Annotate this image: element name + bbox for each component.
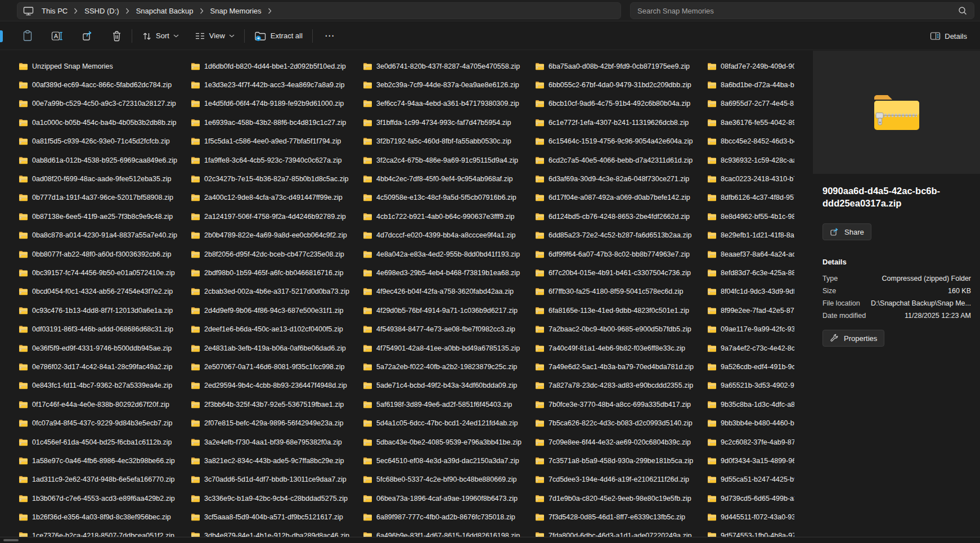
file-item[interactable]: 5af6198f-3d89-49e6-ad2f-5851f6f45403.zip (363, 395, 535, 414)
file-item[interactable]: 9b35c8ba-1d3c-4dfc-a82a-962daa (707, 395, 794, 414)
file-item[interactable]: 8efd83d7-6c3e-425a-8843-adbf798 (707, 263, 794, 282)
file-item[interactable]: 9c2c6082-37fe-4ab9-8776-19e9842 (707, 433, 794, 451)
file-item[interactable]: 1ce7376e-b2ca-4218-8507-7ddbcea051f2.zip (19, 527, 191, 537)
file-item[interactable]: 8f99e2ee-7fad-42e5-8785-7ee6d9a (707, 301, 794, 320)
file-item[interactable]: 5fc68be0-5337-4c2e-bf90-bc48be880669.zip (363, 470, 535, 489)
share-button[interactable] (77, 27, 98, 45)
file-item[interactable]: 6f7ffb30-fa25-4180-8f59-5041c578ec6d.zip (535, 282, 707, 301)
file-item[interactable]: 2f3bb64b-325f-43b7-92e5-5367519fbae1.zip (191, 395, 363, 414)
file-item[interactable]: 3c336e9c-b1a9-42bc-9cb4-c28bddad5275.zip (191, 489, 363, 508)
file-item[interactable]: 4e8a042a-e83a-4ed2-955b-8dd0bd41f193.zip (363, 245, 535, 263)
file-item[interactable]: 2e4831ab-3efb-419a-b06a-0af6be06dad6.zip (191, 339, 363, 357)
details-pane-toggle[interactable]: Details (925, 28, 972, 44)
file-item[interactable]: 0b87138e-6ee5-41f9-ae25-7f3b8c9e9c48.zip (19, 207, 191, 226)
file-item[interactable]: 3ef6cc74-94aa-4ebd-a361-b47179380309.zip (363, 95, 535, 113)
file-item[interactable]: 6d3af69a-30d9-4c3e-82a6-048f730ce271.zip (535, 169, 707, 188)
file-item[interactable]: 7b0fce3e-3770-48b4-a8cc-699a335db417.zip (535, 395, 707, 414)
file-item[interactable]: 9bb3bb4e-b480-4460-b6ff-a482b2 (707, 414, 794, 432)
file-item[interactable]: 8e29efb1-1d21-41f8-8a38-e5fe06b (707, 226, 794, 245)
file-item[interactable]: 8bcc45e2-8452-46d3-b49e-9f713f0 (707, 132, 794, 151)
chevron-right-icon[interactable] (123, 8, 133, 14)
file-item[interactable]: 1fa9ffe8-3c64-4cb5-923c-73940c0c627a.zip (191, 151, 363, 169)
file-item[interactable]: 1e4d5fd6-06f4-474b-9189-fe92b9d61000.zip (191, 95, 363, 113)
file-item[interactable]: 6df99f64-6a07-47b3-8c02-bb8b774963e7.zip (535, 245, 707, 263)
file-item[interactable]: 0fc07a94-8f45-437c-9229-9d84b3e5ecb7.zip (19, 414, 191, 432)
file-item[interactable]: 3e0d6741-820b-437f-8287-4a705e470558.zip (363, 57, 535, 75)
extract-all-button[interactable]: Extract all (249, 27, 308, 45)
file-item[interactable]: 5ade71c4-bcbd-49f2-b43a-34df60bdda09.zip (363, 376, 535, 395)
file-item[interactable]: 6fa8165e-113e-41ed-9dbb-4823f0c501e1.zip (535, 301, 707, 320)
file-item[interactable]: 4f549384-8477-4e73-ae08-fbe7f0982cc3.zip (363, 320, 535, 338)
chevron-right-icon[interactable] (71, 8, 81, 14)
file-item[interactable]: 01c456ef-61da-4504-bd25-f6cba1c6112b.zip (19, 433, 191, 451)
file-item[interactable]: 4e698ed3-29b5-4eb4-b468-f73819b1ea68.zip (363, 263, 535, 282)
file-item[interactable]: 6a496b9e-83f1-4d67-8615-16dd82616198.zip (363, 527, 535, 537)
file-item[interactable]: 3a821ec2-834c-443b-ade5-9c7ffa8bc29e.zip (191, 451, 363, 470)
file-item[interactable]: 7cd5dee3-194e-4d46-a19f-e2106211f26d.zip (535, 470, 707, 489)
file-item[interactable]: 2deef1e6-b6da-450c-ae13-d102cf0400f5.zip (191, 320, 363, 338)
file-item[interactable]: 3a2e4efb-f730-4aa1-bf39-68e795382f0a.zip (191, 433, 363, 451)
file-item[interactable]: 06bea73a-1896-4caf-a9ae-19960f8b6473.zip (363, 489, 535, 508)
file-item[interactable]: 4f29d0b5-76bf-4914-9a71-1c036b9d6217.zip (363, 301, 535, 320)
file-item[interactable]: 7f3d5428-0d85-46d1-8ff7-e6339c13fb5c.zip (535, 508, 707, 526)
file-item[interactable]: 6a89f987-777c-4fb0-ad2b-8676fc735018.zip (363, 508, 535, 526)
file-item[interactable]: 8a6955d7-2c77-4e45-817d-03eb87 (707, 95, 794, 113)
file-item[interactable]: 09ae117e-9a99-42fc-9389-8665209 (707, 320, 794, 338)
file-item[interactable]: 08fad7e7-249b-409d-90c0-b776da (707, 57, 794, 75)
file-item[interactable]: 9d0f3434-3a15-4899-96bb-4fd2e97 (707, 451, 794, 470)
file-item[interactable]: 6ba75aa0-d08b-42bf-9fd9-0cb871975ee9.zip (535, 57, 707, 75)
file-item[interactable]: 9d574553-1fb0-4b8a-97a9-bff362b (707, 527, 794, 537)
file-item[interactable]: 8f04fc1d-9dc3-43d9-9dfe-bc40f70 (707, 282, 794, 301)
file-item[interactable]: 7a827a78-23dc-4283-ad83-e90bcddd2355.zip (535, 376, 707, 395)
file-item[interactable]: 3eb2c39a-7cf9-44de-837a-0ea9ae8e6126.zip (363, 75, 535, 94)
chevron-right-icon[interactable] (197, 8, 207, 14)
file-item[interactable]: 1d6db0fd-b820-4d44-bbe1-2d092b5f10ed.zip (191, 57, 363, 75)
file-item[interactable]: 2a124197-506f-4758-9f2a-4d4246b92789.zip (191, 207, 363, 226)
file-item[interactable]: 8cac0223-2418-4310-b7f0-c98e3b4 (707, 169, 794, 188)
file-item[interactable]: 0bcd0454-f0c1-4324-ab56-27454e43f7e2.zip (19, 282, 191, 301)
file-item[interactable]: 7a49e6d2-5ac1-4b3a-ba79-70ed4bda781d.zip (535, 357, 707, 376)
file-item[interactable]: 2b0b4789-822e-4a69-9a8d-ee0cb064c9f2.zip (191, 226, 363, 245)
file-item[interactable]: 6d17f04e-a087-492a-a069-d0ab7befe142.zip (535, 189, 707, 207)
file-item[interactable]: 2a400c12-9de8-4cfa-a73c-d491447ff99e.zip (191, 189, 363, 207)
file-item[interactable]: 4c50958e-e13c-48cf-9a5d-5f5cb07916b6.zip (363, 189, 535, 207)
file-item[interactable]: 2e507067-0a71-46d6-8081-9f35c1fcc998.zip (191, 357, 363, 376)
file-item[interactable]: 0a1c000c-b05b-454c-ba4b-4b05b3b2db8b.zip (19, 113, 191, 132)
breadcrumb-item[interactable]: Snap Memories (207, 6, 265, 16)
file-item[interactable]: 1f5c5da1-c586-4ee0-a9ed-77bfa5f1f794.zip (191, 132, 363, 151)
file-item[interactable]: 0e36f5f9-ed9f-4331-9746-b500ddb945ae.zip (19, 339, 191, 357)
file-item[interactable]: 1e3d3e23-4f7f-442b-acc3-4ea869c7a8a9.zip (191, 75, 363, 94)
file-item[interactable]: 7d1e9b0a-c820-45e2-9eeb-98e80c19e5fb.zip (535, 489, 707, 508)
horizontal-scrollbar-thumb[interactable] (3, 539, 19, 541)
file-item[interactable]: 0e843fc1-fd11-4bc7-9362-b27a5339ea4e.zip (19, 376, 191, 395)
file-item[interactable]: 1a58e97c-0a46-4fb6-8986-4ec32b98be66.zip (19, 451, 191, 470)
file-item[interactable]: 0ba8c878-a014-4230-91a4-8837a55a7e40.zip (19, 226, 191, 245)
file-item[interactable]: 3cf5aaa8-f5d9-404b-a571-df9bc5121617.zip (191, 508, 363, 526)
file-item[interactable]: 6bb055c2-67bf-4da0-9479-31bd2c209dbb.zip (535, 75, 707, 94)
file-item[interactable]: 00af389d-ec69-4acc-866c-5fabd62dc784.zip (19, 75, 191, 94)
file-item[interactable]: 0bb8077f-ab22-48f0-a60d-f30036392cb6.zip (19, 245, 191, 263)
file-item[interactable]: 8ae36176-fe55-4042-894e-7f4287e (707, 113, 794, 132)
see-more-button[interactable]: ⋯ (317, 30, 341, 42)
file-item[interactable]: Unzipped Snap Memories (19, 57, 191, 75)
file-item[interactable]: 5a72a2eb-f022-40fb-a2b2-19823879c25c.zip (363, 357, 535, 376)
rename-button[interactable]: A (46, 27, 69, 45)
search-input[interactable] (631, 7, 958, 15)
file-item[interactable]: 2f07e815-befc-429a-9896-56f42949e23a.zip (191, 414, 363, 432)
file-item[interactable]: 3f1bffda-1c99-4734-993c-faf7d47b5954.zip (363, 113, 535, 132)
file-item[interactable]: 8eaaef37-8a64-4a24-ac6c-d3feb05 (707, 245, 794, 263)
file-item[interactable]: 6f7c20b4-015e-4b91-b461-c3307504c736.zip (535, 263, 707, 282)
file-item[interactable]: 6cd2c7a5-40e5-4066-bebb-d7a42311d61d.zip (535, 151, 707, 169)
file-item[interactable]: 0a81f5d5-c939-426c-93e0-71c45d2fcfcb.zip (19, 132, 191, 151)
file-item[interactable]: 9d739cd5-6d65-499b-a3c4-853708 (707, 489, 794, 508)
file-item[interactable]: 0e786f02-3d17-4c42-84a1-28c99fac49a2.zip (19, 357, 191, 376)
file-item[interactable]: 5dbac43e-0be2-4085-9539-e796a3bb41be.zip (363, 433, 535, 451)
share-action-button[interactable]: Share (822, 223, 871, 240)
file-item[interactable]: 1b26f36d-e356-4a03-8f9d-8c38ef956bec.zip (19, 508, 191, 526)
file-item[interactable]: 4f754901-42a8-41ee-a0bb-bd49a6785135.zip (363, 339, 535, 357)
file-item[interactable]: 0c93c476-1b13-4dd8-8f7f-12013d0a6e1a.zip (19, 301, 191, 320)
chevron-right-icon[interactable] (265, 8, 275, 14)
file-item[interactable]: 7a40c49f-81a1-4eb6-9b82-f03e6ff8e33c.zip (535, 339, 707, 357)
file-item[interactable]: 0b777d1a-191f-4a37-96ce-52017bf58908.zip (19, 189, 191, 207)
file-item[interactable]: 0df03191-86f3-446b-addd-068686d68c31.zip (19, 320, 191, 338)
